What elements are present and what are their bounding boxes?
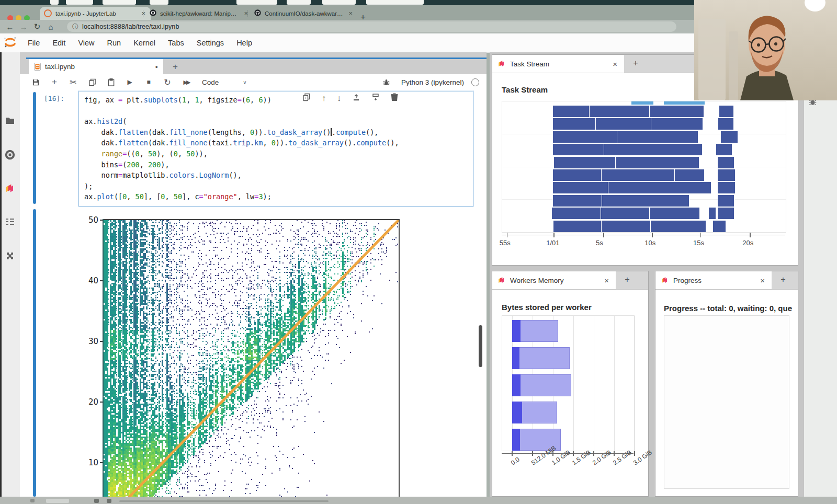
y-tick-label: 40 [82, 276, 98, 285]
menu-edit[interactable]: Edit [46, 33, 72, 52]
menu-kernel[interactable]: Kernel [127, 33, 162, 52]
close-icon[interactable]: × [611, 60, 619, 68]
kernel-status-icon [471, 78, 479, 86]
close-icon[interactable]: × [243, 9, 249, 17]
copy-cells-icon[interactable] [83, 78, 101, 86]
x-tick-mark [507, 233, 508, 237]
kernel-name[interactable]: Python 3 (ipykernel) [401, 78, 464, 86]
menu-help[interactable]: Help [230, 33, 258, 52]
x-tick-label: 2.0 GiB [591, 449, 613, 466]
memory-bar-unmanaged [512, 320, 521, 342]
code-editor[interactable]: fig, ax = plt.subplots(1, 1, figsize=(6,… [84, 95, 468, 202]
url-bar[interactable]: ⓘ localhost:8888/lab/tree/taxi.ipynb [67, 21, 676, 32]
add-notebook-tab-button[interactable]: + [169, 62, 181, 72]
add-panel-icon[interactable]: + [777, 275, 789, 287]
y-tick-label: 50 [82, 215, 98, 225]
memory-bar [512, 347, 570, 369]
menu-file[interactable]: File [21, 33, 46, 52]
add-panel-icon[interactable]: + [629, 59, 642, 70]
restart-run-all-icon[interactable]: ▶▶ [177, 79, 196, 86]
cell-collapser[interactable] [33, 92, 36, 204]
extensions-icon[interactable] [0, 246, 20, 267]
y-tick-label: 10 [82, 458, 98, 467]
task-bar [675, 169, 705, 181]
move-cell-down-icon[interactable]: ↓ [337, 94, 341, 103]
status-item [107, 499, 111, 503]
code-line: ax.hist2d( [84, 116, 468, 127]
code-cell[interactable]: fig, ax = plt.subplots(1, 1, figsize=(6,… [78, 91, 473, 207]
close-icon[interactable]: × [759, 276, 766, 285]
webcam-video [694, 0, 837, 100]
insert-cell-below-icon[interactable] [371, 93, 380, 103]
task-bar [608, 182, 711, 193]
site-info-icon[interactable]: ⓘ [72, 22, 78, 31]
task-bar [553, 118, 596, 130]
notebook-tab[interactable]: taxi.ipynb ● [29, 59, 163, 74]
insert-cell-above-icon[interactable] [352, 93, 360, 103]
screen: taxi.ipynb - JupyterLab×scikit-hep/awkwa… [0, 0, 837, 504]
cell-type-dropdown[interactable]: Code [202, 78, 219, 86]
task-bar [602, 195, 689, 207]
task-bar [721, 131, 738, 143]
file-browser-icon[interactable] [0, 110, 20, 131]
dask-icon[interactable] [0, 178, 20, 199]
tab-separator [247, 10, 248, 17]
insert-cell-icon[interactable]: + [45, 77, 64, 87]
x-tick-label: 3.0 GiB [632, 449, 653, 466]
code-line: fig, ax = plt.subplots(1, 1, figsize=(6,… [84, 95, 468, 106]
left-activity-bar [0, 52, 20, 497]
browser-tab-1[interactable]: scikit-hep/awkward: Manipulat× [145, 7, 253, 20]
task-bar [616, 157, 699, 168]
delete-cell-icon[interactable] [391, 93, 398, 103]
duplicate-cell-icon[interactable] [302, 93, 311, 103]
table-of-contents-icon[interactable] [0, 211, 20, 232]
task-bar [596, 118, 651, 130]
github-favicon [254, 9, 261, 17]
progress-tab[interactable]: Progress × [655, 271, 772, 289]
menu-tabs[interactable]: Tabs [162, 33, 190, 52]
interrupt-kernel-icon[interactable]: ■ [139, 78, 158, 86]
reload-icon[interactable]: ↻ [30, 22, 44, 31]
save-icon[interactable] [26, 78, 45, 86]
task-bar [718, 195, 734, 207]
right-sidebar [804, 52, 837, 497]
code-line: bins=(200, 200), [84, 159, 468, 170]
menu-settings[interactable]: Settings [190, 33, 230, 52]
home-icon[interactable]: ⌂ [44, 22, 58, 31]
cut-cells-icon[interactable]: ✂ [64, 77, 83, 87]
output-collapser[interactable] [33, 209, 36, 497]
debugger-bug-icon[interactable] [377, 78, 396, 86]
close-icon[interactable]: × [603, 276, 610, 285]
move-cell-up-icon[interactable]: ↑ [322, 94, 326, 103]
slide-text-fragment [150, 0, 168, 5]
forward-icon[interactable]: → [17, 22, 30, 31]
x-tick-label: 1.5 GiB [571, 449, 592, 466]
menu-view[interactable]: View [72, 33, 100, 52]
x-tick-mark [532, 451, 533, 456]
notebook-scrollbar[interactable] [479, 325, 482, 367]
close-icon[interactable]: × [347, 9, 354, 17]
add-panel-icon[interactable]: + [621, 275, 634, 287]
run-cell-icon[interactable]: ▶ [120, 78, 139, 86]
restart-kernel-icon[interactable]: ↻ [158, 77, 177, 87]
x-tick-label: 15s [693, 239, 704, 247]
progress-header: Progress × + [655, 271, 798, 290]
memory-bar-unmanaged [512, 374, 521, 396]
menu-run[interactable]: Run [101, 33, 128, 52]
y-tick-label: 30 [82, 337, 98, 346]
browser-tab-0[interactable]: taxi.ipynb - JupyterLab× [40, 7, 151, 20]
back-icon[interactable]: ← [3, 22, 17, 31]
chevron-down-icon[interactable]: ∨ [243, 79, 246, 85]
running-sessions-icon[interactable] [0, 144, 20, 165]
x-tick-mark [614, 451, 615, 456]
x-tick-mark [634, 451, 635, 456]
gridline [573, 316, 574, 451]
workers-memory-tab[interactable]: Workers Memory × [492, 271, 616, 289]
code-line: dak.flatten(dak.fill_none(lengths, 0)).t… [84, 127, 468, 138]
browser-tab-2[interactable]: ContinuumIO/dask-awkward: N× [250, 7, 358, 20]
task-stream-tab[interactable]: Task Stream × [492, 55, 624, 73]
paste-cells-icon[interactable] [101, 78, 120, 86]
code-line: range=((0, 50), (0, 50)), [84, 148, 468, 159]
x-tick-mark [700, 233, 702, 237]
task-bar [651, 221, 706, 232]
